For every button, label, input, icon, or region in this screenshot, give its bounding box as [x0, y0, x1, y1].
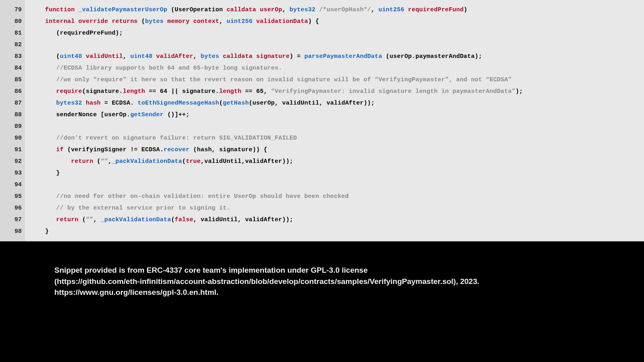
line-number: 93 [3, 167, 22, 179]
code-area: function _validatePaymasterUserOp (UserO… [25, 0, 644, 241]
token-fn: _packValidationData [112, 158, 182, 165]
token: ) = [289, 53, 304, 60]
token [45, 193, 56, 200]
token: , validUntil, validAfter)); [193, 216, 293, 223]
token-fn: parsePaymasterAndData [304, 53, 382, 60]
token-kw: validationData [256, 18, 308, 25]
token: (verifyingSigner != ECDSA. [64, 146, 163, 153]
token-kw: requiredPreFund [408, 6, 464, 13]
token-cmt: // by the external service prior to sign… [56, 205, 230, 212]
code-block: 7980818283848586878889909192939495969798… [0, 0, 644, 241]
token-kw: require [56, 88, 82, 95]
token: , [282, 6, 289, 13]
token-kw: memory [167, 18, 190, 25]
code-line: //don’t revert on signature failure: ret… [45, 132, 644, 144]
token-type: bytes32 [56, 100, 82, 107]
token: ( [219, 100, 223, 107]
token [45, 88, 56, 95]
token-kw: calldata [223, 53, 253, 60]
token: ( [78, 216, 86, 223]
token [45, 205, 56, 212]
token: (hash, signature)) { [190, 146, 267, 153]
line-number: 79 [3, 4, 22, 16]
token: == 64 || signature. [145, 88, 219, 95]
token-kw: return [71, 158, 93, 165]
token: (signature. [82, 88, 123, 95]
code-line: senderNonce [userOp.getSender ()]++; [45, 109, 644, 121]
code-line: return (“”, _packValidationData(false, v… [45, 214, 644, 226]
token-fn: toEthSignedMessageHash [134, 100, 219, 107]
token: } [45, 228, 49, 235]
line-number-gutter: 7980818283848586878889909192939495969798 [0, 0, 25, 241]
token-type: uint48 [130, 53, 153, 60]
token: , [93, 216, 101, 223]
attribution-line-1: Snippet provided is from ERC-4337 core t… [54, 265, 644, 276]
code-line: } [45, 226, 644, 237]
token-kw: false [175, 216, 193, 223]
line-number: 90 [3, 132, 22, 144]
line-number: 94 [3, 179, 22, 191]
token: ( [45, 53, 60, 60]
line-number: 82 [3, 39, 22, 51]
code-line [45, 121, 644, 132]
token [45, 100, 56, 107]
token [153, 53, 156, 60]
token: senderNonce [userOp. [45, 111, 130, 118]
token [405, 6, 408, 13]
token [82, 53, 86, 60]
token: ( [182, 158, 186, 165]
token [316, 6, 319, 13]
code-line: //no need for other on-chain validation:… [45, 191, 644, 202]
token-kw: length [219, 88, 242, 95]
token: (requiredPreFund); [45, 30, 123, 37]
token-fn: _packValidationData [101, 216, 171, 223]
token [75, 6, 78, 13]
token-kw: length [123, 88, 145, 95]
token-kw: signature [256, 53, 290, 60]
line-number: 95 [3, 191, 22, 202]
token: == 65, [242, 88, 271, 95]
token-cmt: //ECDSA library supports both 64 and 65-… [56, 65, 282, 72]
code-line: //we only “require” it here so that the … [45, 74, 644, 86]
token-fn: getHash [223, 100, 249, 107]
token-kw: internal [45, 18, 75, 25]
token [75, 18, 78, 25]
line-number: 86 [3, 86, 22, 97]
token-str: “” [101, 158, 108, 165]
token-cmt: /*userOpHash*/ [319, 6, 371, 13]
code-line: bytes32 hash = ECDSA. toEthSignedMessage… [45, 97, 644, 109]
token [45, 216, 56, 223]
attribution-line-2: (https://github.com/eth-infinitism/accou… [54, 276, 644, 287]
code-line: //ECDSA library supports both 64 and 65-… [45, 62, 644, 74]
code-line: (requiredPreFund); [45, 27, 644, 39]
token: , [108, 158, 111, 165]
code-line: } [45, 167, 644, 179]
token-kw: context [193, 18, 219, 25]
token-kw: userOp [260, 6, 282, 13]
token: ( [138, 18, 145, 25]
line-number: 88 [3, 109, 22, 121]
token-type: uint48 [60, 53, 82, 60]
token-str: “VerifyingPaymaster: invalid signature l… [271, 88, 515, 95]
code-line: return (“”,_packValidationData(true,vali… [45, 156, 644, 167]
code-line: // by the external service prior to sign… [45, 202, 644, 214]
token-fn: recover [163, 146, 189, 153]
token-type: bytes32 [289, 6, 315, 13]
token [256, 6, 260, 13]
code-line: if (verifyingSigner != ECDSA.recover (ha… [45, 144, 644, 156]
code-line [45, 179, 644, 191]
token-cmt: //we only “require” it here so that the … [56, 76, 512, 83]
token: ( [167, 6, 175, 13]
token: UserOperation [175, 6, 227, 13]
token-kw: returns [112, 18, 138, 25]
token: ) [464, 6, 467, 13]
code-line [45, 39, 644, 51]
token: = ECDSA. [101, 100, 134, 107]
token: ); [516, 88, 523, 95]
line-number: 84 [3, 62, 22, 74]
token-type: bytes [201, 53, 219, 60]
line-number: 91 [3, 144, 22, 156]
token-type: uint256 [378, 6, 404, 13]
token [45, 76, 56, 83]
token-kw: validUntil [86, 53, 123, 60]
